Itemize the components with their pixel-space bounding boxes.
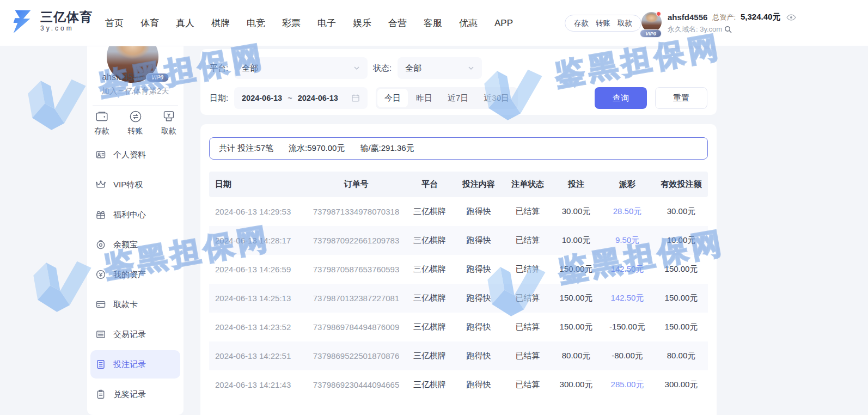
nav-item-slots[interactable]: 电子	[317, 17, 336, 29]
quick-action-transfer[interactable]: 转账	[128, 109, 143, 136]
username: ahsfd4556	[668, 13, 707, 22]
sidebar-item-yuebao[interactable]: 余额宝	[90, 230, 180, 259]
table-row[interactable]: 2024-06-13 14:25:137379870132387227081三亿…	[209, 284, 708, 313]
sidebar-item-bet-records[interactable]: 投注记录	[90, 350, 180, 379]
cell-valid: 150.00元	[655, 264, 708, 274]
cell-platform: 三亿棋牌	[405, 264, 454, 274]
platform-label: 平台:	[210, 57, 228, 79]
nav-item-partnership[interactable]: 合营	[388, 17, 407, 29]
brand-logo[interactable]: 三亿体育 3y.com	[9, 8, 93, 35]
sidebar-item-label: 交易记录	[113, 329, 146, 340]
sidebar-item-transactions[interactable]: 交易记录	[90, 320, 180, 349]
column-header: 注单状态	[503, 179, 552, 190]
sidebar-item-label: 个人资料	[113, 150, 146, 160]
platform-select[interactable]: 全部	[234, 57, 368, 79]
range-last-30-days[interactable]: 近30日	[476, 89, 516, 107]
cell-order: 7379869522501870876	[307, 351, 405, 361]
range-today[interactable]: 今日	[377, 89, 408, 107]
avatar[interactable]: VIP0	[641, 12, 662, 34]
date-range-input[interactable]: 2024-06-13 ~ 2024-06-13	[234, 87, 368, 109]
cell-date: 2024-06-13 14:22:51	[209, 351, 307, 361]
date-label: 日期:	[210, 87, 228, 109]
cell-content: 跑得快	[454, 235, 503, 246]
welfare-icon	[96, 210, 106, 219]
sidebar-item-redeem-records[interactable]: 兑奖记录	[90, 380, 180, 408]
range-last-7-days[interactable]: 近7日	[441, 89, 475, 107]
nav-item-entertainment[interactable]: 娱乐	[353, 17, 371, 29]
column-header: 有效投注额	[655, 179, 708, 190]
nav-item-sports[interactable]: 体育	[140, 17, 159, 29]
nav-item-live-casino[interactable]: 真人	[176, 17, 194, 29]
quick-action-label: 存款	[94, 126, 109, 136]
summary-item: 流水:5970.00元	[289, 143, 345, 154]
cell-bet: 150.00元	[552, 293, 600, 303]
sidebar-item-label: 余额宝	[113, 240, 138, 250]
range-yesterday[interactable]: 昨日	[409, 89, 439, 107]
join-days-text: 加入三亿体育第2天	[87, 86, 184, 96]
cell-platform: 三亿棋牌	[405, 322, 454, 332]
wallet-action-deposit[interactable]: 存款	[574, 19, 589, 28]
cell-valid: 150.00元	[655, 322, 708, 332]
divider	[93, 105, 178, 106]
sidebar-item-assets[interactable]: 我的资产	[90, 260, 180, 289]
top-header: 三亿体育 3y.com 首页体育真人棋牌电竞彩票电子娱乐合营客服优惠APP 存款…	[0, 0, 868, 46]
cell-content: 跑得快	[454, 264, 503, 274]
cell-valid: 300.00元	[655, 380, 708, 390]
sidebar-item-withdraw-card[interactable]: 取款卡	[90, 290, 180, 319]
table-row[interactable]: 2024-06-13 14:23:527379869784494876009三亿…	[209, 313, 708, 341]
quick-action-withdraw[interactable]: 取款	[161, 109, 176, 136]
table-row[interactable]: 2024-06-13 14:22:517379869522501870876三亿…	[209, 341, 708, 370]
calendar-icon	[351, 94, 360, 102]
reset-button[interactable]: 重置	[655, 87, 707, 109]
column-header: 日期	[209, 179, 307, 190]
cell-order: 7379869230444094665	[307, 380, 405, 389]
cell-bet: 30.00元	[552, 206, 600, 217]
cell-date: 2024-06-13 14:23:52	[209, 322, 307, 332]
bet-records-card: 共计 投注:57笔流水:5970.00元输/赢:291.36元 日期订单号平台投…	[200, 124, 717, 415]
sidebar-item-vip[interactable]: VIP特权	[90, 170, 180, 199]
redeem-icon	[96, 389, 106, 399]
table-row[interactable]: 2024-06-13 14:29:537379871334978070318三亿…	[209, 197, 708, 226]
table-row[interactable]: 2024-06-13 14:28:177379870922661209783三亿…	[209, 226, 708, 255]
table-row[interactable]: 2024-06-13 14:26:597379870587653760593三亿…	[209, 255, 708, 284]
sidebar-item-label: 投注记录	[113, 359, 146, 370]
status-select[interactable]: 全部	[398, 57, 482, 79]
column-header: 订单号	[307, 179, 405, 190]
search-icon[interactable]	[724, 26, 732, 33]
nav-item-lottery[interactable]: 彩票	[282, 17, 301, 29]
wallet-action-withdraw[interactable]: 取款	[618, 19, 632, 28]
nav-item-home[interactable]: 首页	[105, 17, 124, 29]
cell-valid: 10.00元	[655, 235, 708, 246]
main-nav: 首页体育真人棋牌电竞彩票电子娱乐合营客服优惠APP	[105, 0, 513, 46]
nav-item-promotions[interactable]: 优惠	[459, 17, 478, 29]
sidebar-username: ahsfd4556	[102, 72, 143, 82]
date-to: 2024-06-13	[298, 94, 338, 102]
brand-name: 三亿体育	[40, 10, 93, 23]
platform-value: 全部	[242, 63, 258, 74]
brand-domain: 3y.com	[40, 25, 93, 32]
profile-icon	[96, 150, 106, 160]
cell-valid: 150.00元	[655, 293, 708, 303]
wallet-action-transfer[interactable]: 转账	[596, 19, 610, 28]
watermark-shield-icon	[22, 67, 96, 135]
notification-dot	[656, 11, 661, 16]
query-button[interactable]: 查询	[595, 87, 647, 109]
sidebar-item-label: 兑奖记录	[113, 389, 146, 400]
quick-action-deposit[interactable]: 存款	[94, 109, 109, 136]
table-row[interactable]: 2024-06-13 14:21:437379869230444094665三亿…	[209, 370, 708, 399]
sidebar-item-profile[interactable]: 个人资料	[90, 141, 180, 169]
assets-value: 5,324.40元	[741, 12, 780, 22]
nav-item-service[interactable]: 客服	[424, 17, 442, 29]
cell-bet: 150.00元	[552, 264, 600, 274]
sidebar-item-welfare[interactable]: 福利中心	[90, 200, 180, 229]
withdraw-icon	[162, 109, 176, 124]
card-icon	[96, 300, 106, 309]
nav-item-app[interactable]: APP	[494, 18, 513, 29]
nav-item-esports[interactable]: 电竞	[247, 17, 265, 29]
cell-order: 7379871334978070318	[307, 207, 405, 216]
vip-badge: VIP0	[640, 29, 662, 38]
eye-icon[interactable]	[786, 14, 796, 21]
cell-payout: 142.50元	[600, 293, 655, 303]
cell-order: 7379870132387227081	[307, 294, 405, 303]
nav-item-chess[interactable]: 棋牌	[211, 17, 230, 29]
